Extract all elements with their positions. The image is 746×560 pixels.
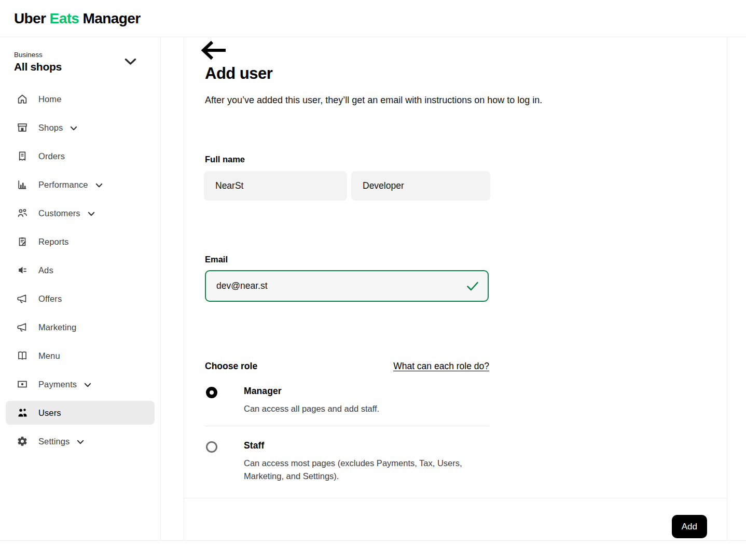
chevron-down-icon — [95, 183, 103, 188]
logo-eats: Eats — [50, 10, 79, 26]
payments-icon — [17, 379, 28, 390]
sidebar-item-label: Users — [38, 408, 61, 418]
chevron-down-icon — [70, 126, 77, 131]
role-name: Staff — [244, 440, 488, 451]
sidebar-item-label: Reports — [38, 237, 68, 247]
storefront-icon — [17, 122, 28, 133]
sidebar-item-label: Performance — [38, 180, 88, 190]
sidebar-nav: HomeShopsOrdersPerformanceCustomersRepor… — [0, 87, 160, 453]
radio-unselected-icon[interactable] — [206, 441, 217, 453]
sidebar-item-payments[interactable]: Payments — [6, 372, 155, 396]
chevron-down-icon — [125, 58, 136, 68]
chevron-down-icon — [84, 383, 91, 388]
role-help-link[interactable]: What can each role do? — [393, 361, 489, 372]
role-name: Manager — [244, 386, 379, 397]
first-name-input[interactable] — [204, 171, 347, 201]
sidebar-item-ads[interactable]: Ads — [6, 258, 155, 282]
role-divider — [205, 426, 489, 426]
report-icon — [17, 236, 28, 247]
sidebar-item-label: Settings — [38, 437, 70, 446]
radio-selected-icon[interactable] — [206, 387, 217, 398]
page-title: Add user — [205, 64, 272, 83]
sidebar-item-label: Ads — [38, 265, 53, 275]
uber-eats-manager-logo: Uber Eats Manager — [14, 10, 140, 27]
sidebar-item-orders[interactable]: Orders — [6, 144, 155, 168]
megaphone-icon — [17, 321, 28, 333]
valid-check-icon — [466, 280, 479, 292]
business-label: Business — [14, 51, 62, 59]
sidebar-item-label: Customers — [38, 208, 80, 218]
footer-divider — [184, 498, 727, 498]
sidebar-item-customers[interactable]: Customers — [6, 201, 155, 225]
sidebar-item-marketing[interactable]: Marketing — [6, 315, 155, 339]
app-header: Uber Eats Manager — [0, 0, 746, 37]
people-icon — [17, 207, 28, 219]
role-header: Choose role What can each role do? — [205, 361, 489, 372]
logo-manager: Manager — [79, 10, 140, 26]
sidebar-item-label: Offers — [38, 294, 62, 304]
sidebar-item-label: Menu — [38, 351, 60, 361]
receipt-icon — [17, 150, 28, 162]
sidebar-item-users[interactable]: Users — [6, 401, 155, 425]
logo-uber: Uber — [14, 10, 50, 26]
email-field-wrapper — [205, 270, 489, 302]
choose-role-label: Choose role — [205, 361, 257, 372]
sidebar-item-shops[interactable]: Shops — [6, 116, 155, 139]
main-content: Add user After you’ve added this user, t… — [161, 37, 746, 540]
sidebar: Business All shops HomeShopsOrdersPerfor… — [0, 37, 161, 540]
sidebar-item-label: Home — [38, 94, 61, 104]
sidebar-item-label: Orders — [38, 151, 65, 161]
business-name: All shops — [14, 61, 62, 73]
sidebar-item-offers[interactable]: Offers — [6, 287, 155, 311]
ads-icon — [17, 264, 28, 276]
page-description: After you’ve added this user, they’ll ge… — [205, 95, 542, 106]
bar-chart-icon — [17, 179, 28, 190]
email-input[interactable] — [206, 271, 466, 301]
email-label: Email — [205, 255, 228, 264]
sidebar-item-menu[interactable]: Menu — [6, 344, 155, 368]
role-option-staff[interactable]: Staff Can access most pages (excludes Pa… — [206, 440, 488, 483]
book-icon — [17, 350, 28, 361]
sidebar-item-performance[interactable]: Performance — [6, 173, 155, 197]
megaphone-icon — [17, 293, 28, 304]
back-button[interactable] — [200, 40, 228, 62]
business-switcher[interactable]: Business All shops — [14, 51, 136, 73]
chevron-down-icon — [88, 212, 95, 217]
full-name-label: Full name — [205, 155, 245, 164]
gear-icon — [17, 436, 28, 447]
add-user-button[interactable]: Add — [672, 515, 707, 538]
sidebar-item-label: Payments — [38, 380, 77, 389]
sidebar-item-label: Marketing — [38, 323, 76, 332]
full-name-row — [204, 171, 490, 201]
sidebar-item-home[interactable]: Home — [6, 87, 155, 111]
chevron-down-icon — [77, 440, 84, 445]
role-option-manager[interactable]: Manager Can access all pages and add sta… — [206, 386, 379, 415]
role-description: Can access most pages (excludes Payments… — [244, 457, 488, 483]
sidebar-item-label: Shops — [38, 123, 63, 133]
sidebar-item-reports[interactable]: Reports — [6, 230, 155, 254]
add-user-card: Add user After you’ve added this user, t… — [184, 37, 727, 540]
sidebar-item-settings[interactable]: Settings — [6, 429, 155, 453]
role-description: Can access all pages and add staff. — [244, 402, 379, 415]
last-name-input[interactable] — [351, 171, 490, 201]
home-icon — [17, 93, 28, 105]
users-icon — [17, 407, 28, 418]
